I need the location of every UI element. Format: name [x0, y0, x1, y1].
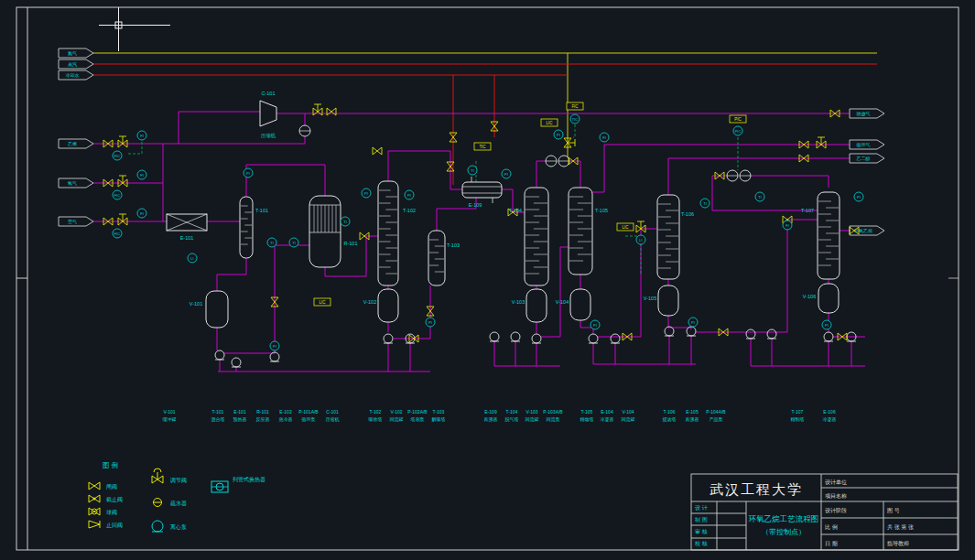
equipment-label: T-103解吸塔	[432, 409, 446, 423]
row-check-label: 审 核	[695, 528, 708, 534]
utility-header-flag-label: 冷却水	[66, 72, 80, 78]
equipment-tag-text: T-101	[255, 208, 268, 213]
equipment-label-tag: P-101A/B	[298, 409, 319, 415]
legend-label: 止回阀	[106, 522, 123, 529]
equipment-label: E-102急冷器	[279, 409, 293, 422]
equipment-label-tag: T-104	[506, 409, 518, 415]
equipment-label-tag: V-102	[390, 409, 402, 415]
utility-header-flag-label: 蒸汽	[68, 61, 77, 68]
equipment-tag-text: T-103	[447, 242, 460, 248]
instrument-tag: TI	[270, 241, 274, 245]
utility-header-flag-label: 氮气	[68, 50, 77, 56]
legend-symbol-globe	[89, 495, 100, 502]
equipment-label-name: 回流罐	[622, 416, 635, 423]
instrument-bubble: TI	[267, 238, 276, 247]
equipment-label-tag: V-101	[163, 409, 175, 415]
equipment-label: T-105精馏塔	[580, 409, 594, 423]
column-vessel	[240, 197, 253, 258]
instrument-bubble: LI	[636, 235, 645, 244]
equipment-label: T-107精制塔	[791, 409, 805, 423]
equipment-label: E-106冷凝器	[823, 409, 837, 423]
pump-symbol	[824, 332, 833, 341]
equipment-label-row: V-101缓冲罐T-101混合塔E-101预热器R-101反应器E-102急冷器…	[163, 409, 837, 423]
instrument-tag: LI	[639, 238, 642, 242]
instrument-bubble: PI	[822, 320, 831, 329]
scale-label: 比 例	[825, 524, 838, 531]
drum-vessel	[570, 289, 590, 320]
feed-stream-arrow-label: 乙烯	[68, 141, 77, 146]
equipment-tag-text: V-102	[363, 299, 376, 305]
equipment-label-name: 混合塔	[211, 416, 225, 423]
legend-label: 调节阀	[169, 477, 187, 484]
instrument-bubble: PI	[688, 318, 698, 327]
pump-symbol	[215, 350, 224, 360]
equipment-label: V-103回流罐	[525, 409, 539, 423]
instrument-bubble: PI	[426, 318, 435, 327]
instrument-tag: TIC	[572, 117, 579, 122]
valve-symbol	[373, 147, 382, 155]
pump-symbol	[611, 334, 620, 343]
equipment-label-tag: E-105	[686, 409, 699, 415]
equipment-label: E-101预热器	[233, 409, 247, 423]
instrument-tag-box: LIC	[541, 119, 558, 126]
equipment-label: P-102A/B塔底泵	[407, 409, 428, 422]
instrument-tag: PI	[273, 344, 276, 349]
condenser-symbol	[546, 156, 557, 167]
equipment-label-tag: E-101	[233, 409, 246, 415]
title-block: 武汉工程大学 设计单位 项目名称 设 计 制 图 审 核 校 核 环氧乙烷工艺流…	[691, 474, 958, 550]
cad-model-space[interactable]: 氮气蒸汽冷却水 乙烯氧气空气驰放气循环气乙二醇环氧乙烷 FIFIFIFICFIC…	[0, 0, 975, 560]
equipment-label-name: 塔底泵	[410, 416, 425, 422]
legend-symbol-ball	[89, 508, 100, 515]
legend-symbol-gate	[89, 482, 100, 490]
equipment-label-name: 再沸器	[686, 416, 699, 423]
vessels	[206, 125, 856, 367]
equipment-label-tag: C-101	[326, 409, 339, 415]
valve-symbol	[118, 176, 127, 187]
instrument-bubble: PI	[554, 130, 563, 139]
equipment-label-tag: V-103	[525, 409, 537, 415]
instrument-tag: PI	[246, 171, 250, 176]
equipment-label: V-101缓冲罐	[163, 409, 177, 422]
instrument-tag-box: TIC	[474, 143, 491, 150]
stage-label: 设计阶段	[825, 507, 847, 513]
university-name: 武汉工程大学	[710, 481, 803, 497]
instrument-bubble: PI	[590, 320, 600, 329]
equipment-label-tag: T-106	[664, 409, 676, 415]
drum-vessel	[206, 291, 228, 328]
process-pipe-network	[93, 112, 865, 372]
equipment-label-tag: P-103A/B	[543, 409, 563, 415]
instrument-tag: FIC	[114, 232, 121, 236]
instrument-tag: TI	[343, 220, 347, 224]
column-vessel	[525, 188, 548, 285]
equipment-label-tag: E-106	[823, 409, 836, 415]
instrument-bubble: PI	[270, 341, 279, 350]
column-vessel	[569, 188, 592, 275]
instrument-bubble: FI	[783, 221, 792, 230]
valve-symbol	[327, 108, 336, 115]
pump-symbol	[384, 334, 393, 343]
instrument-tag: TI	[703, 201, 707, 206]
equipment-label-tag: P-104A/B	[706, 409, 726, 415]
svg-text:FIC: FIC	[571, 104, 579, 109]
condenser-symbol	[558, 156, 569, 167]
drum-vessel	[526, 289, 547, 322]
drawing-title-line2: （带控制点）	[762, 528, 806, 536]
equipment-label: R-101反应器	[256, 409, 270, 422]
legend-label: 截止阀	[106, 497, 123, 503]
pfd-drawing[interactable]: 氮气蒸汽冷却水 乙烯氧气空气驰放气循环气乙二醇环氧乙烷 FIFIFIFICFIC…	[0, 0, 975, 560]
equipment-label: V-102回流罐	[390, 409, 404, 423]
pump-symbol	[511, 332, 520, 341]
equipment-label-name: 预热器	[233, 416, 247, 423]
instrument-tag-box: PIC	[730, 115, 746, 123]
instrument-bubble: PI	[244, 168, 253, 178]
equipment-label-tag: E-104	[601, 409, 613, 415]
instrument-tag: FI	[140, 211, 144, 216]
equipment-label-name: 脱气塔	[505, 416, 519, 423]
equipment-label-name: 解吸塔	[432, 416, 446, 423]
equipment-label-tag: T-101	[212, 409, 224, 415]
equipment-label-name: 冷凝器	[601, 416, 614, 423]
instrument-bubble: LI	[188, 253, 197, 263]
advisor-label: 指导教师	[886, 540, 909, 547]
equipment-label-name: 循环泵	[301, 416, 316, 423]
instrument-tag: PI	[407, 193, 411, 198]
